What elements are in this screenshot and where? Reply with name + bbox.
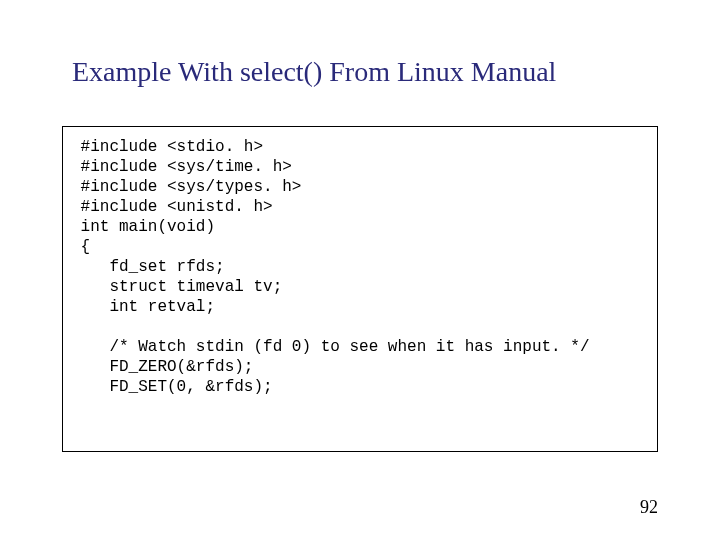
code-block: #include <stdio. h> #include <sys/time. … xyxy=(71,137,649,397)
code-box: #include <stdio. h> #include <sys/time. … xyxy=(62,126,658,452)
page-number: 92 xyxy=(640,497,658,518)
slide-title: Example With select() From Linux Manual xyxy=(72,56,680,88)
slide: Example With select() From Linux Manual … xyxy=(0,0,720,540)
